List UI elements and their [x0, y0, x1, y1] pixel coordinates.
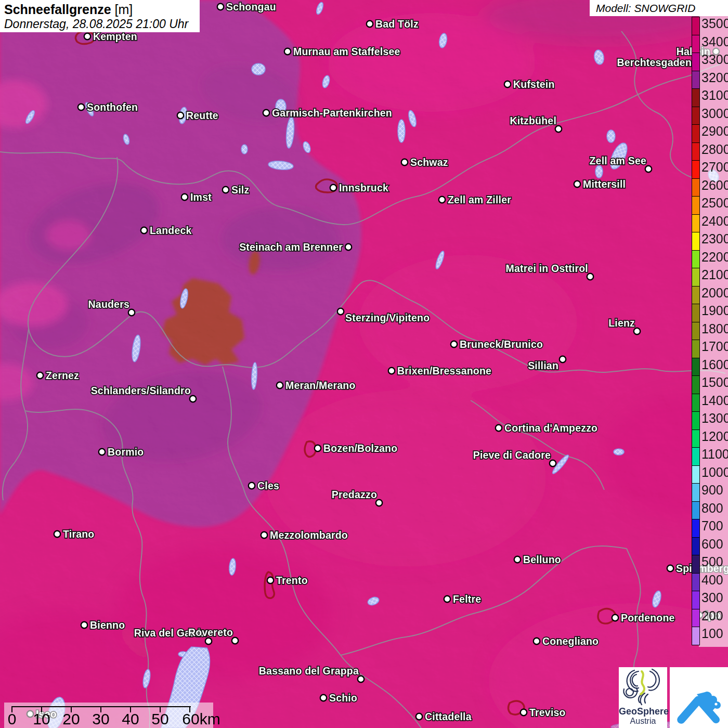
city-label: Cles: [257, 480, 279, 491]
colorbar-segment: [692, 197, 699, 215]
city-marker: [249, 483, 255, 489]
colorbar-segment: [692, 322, 699, 341]
city-label: Feltre: [453, 593, 481, 605]
title-text: Schneefallgrenze: [4, 2, 111, 17]
city-marker: [81, 622, 87, 628]
city-marker: [141, 227, 147, 233]
city-marker: [128, 309, 135, 316]
colorbar-tick-label: 1300: [701, 411, 727, 425]
colorbar-tick-label: 2900: [701, 124, 727, 138]
colorbar-segment: [692, 89, 699, 107]
colorbar-tick-label: 2800: [701, 142, 727, 157]
geosphere-logo-country: Austria: [619, 717, 667, 726]
city-marker: [190, 396, 196, 402]
city-marker: [612, 615, 618, 621]
city-label: Kufstein: [513, 79, 555, 90]
colorbar-tick-label: 3500: [701, 16, 727, 31]
colorbar-segment: [692, 519, 699, 538]
city-marker: [514, 556, 521, 563]
colorbar-tick-label: 3200: [701, 70, 727, 85]
colorbar-tick-label: 500: [701, 554, 727, 569]
city-label: Bad Tölz: [375, 18, 419, 30]
scalebar-label: 10: [33, 711, 50, 727]
city-label: Silz: [231, 184, 249, 196]
city-label: Schwaz: [410, 157, 448, 168]
colorbar-segment: [692, 71, 699, 89]
city-label: Cittadella: [425, 711, 472, 722]
city-label: Bienno: [90, 619, 125, 631]
city-label: Landeck: [150, 225, 192, 236]
city-label: Garmisch-Partenkirchen: [272, 107, 392, 119]
city-label: Mezzolombardo: [270, 529, 348, 541]
city-label: Lienz: [608, 317, 635, 329]
city-label: Bozen/Bolzano: [323, 443, 397, 454]
colorbar-segment: [692, 35, 699, 54]
colorbar-tick-label: 1200: [701, 429, 727, 444]
colorbar-segment: [692, 484, 699, 502]
city-label: Schongau: [226, 1, 276, 12]
city-label: Sterzing/Vipiteno: [345, 312, 430, 323]
colorbar-tick-label: 2200: [701, 250, 727, 264]
city-marker: [54, 531, 60, 537]
city-label: Zell am See: [589, 155, 646, 166]
colorbar-segment: [692, 609, 699, 628]
colorbar-tick-label: 1700: [701, 339, 727, 354]
city-marker: [376, 500, 382, 506]
city-marker: [261, 532, 267, 538]
city-marker: [320, 695, 327, 701]
colorbar-segment: [692, 340, 699, 358]
city-marker: [232, 638, 238, 644]
city-label: Treviso: [529, 707, 566, 718]
city-marker: [37, 372, 43, 379]
title-box: Schneefallgrenze [m] Donnerstag, 28.08.2…: [0, 0, 200, 32]
scalebar-label: 60km: [182, 711, 220, 727]
city-label: Kitzbühel: [510, 115, 556, 126]
model-badge: Modell: SNOWGRID: [590, 0, 728, 16]
colorbar-segment: [692, 232, 699, 251]
colorbar-tick-label: 3100: [701, 88, 727, 102]
colorbar-gradient: [692, 17, 700, 645]
city-marker: [634, 328, 640, 334]
scalebar-label: 40: [122, 711, 139, 727]
colorbar-segment: [692, 555, 699, 574]
city-label: Sonthofen: [87, 101, 138, 113]
scalebar-label: 0: [8, 711, 17, 727]
city-marker: [358, 676, 364, 682]
city-marker: [587, 274, 593, 280]
map-canvas: SchongauBad TölzKemptenMurnau am Staffel…: [0, 0, 728, 728]
weather-map: SchongauBad TölzKemptenMurnau am Staffel…: [0, 0, 728, 728]
colorbar-tick-label: 200: [701, 608, 727, 623]
city-label: Conegliano: [542, 635, 599, 647]
colorbar-tick-label: 1500: [701, 375, 727, 389]
city-marker: [277, 382, 283, 388]
colorbar-segment: [692, 358, 699, 376]
city-marker: [534, 638, 540, 644]
city-marker: [84, 33, 90, 40]
colorbar-segment: [692, 268, 699, 287]
colorbar-tick-label: 2400: [701, 214, 727, 228]
city-marker: [177, 112, 184, 119]
city-marker: [521, 709, 527, 716]
colorbar-legend: 3500340033003200310030002900280027002600…: [692, 16, 728, 647]
city-marker: [99, 449, 105, 455]
colorbar-tick-label: 2600: [701, 178, 727, 192]
colorbar-segment: [692, 215, 699, 233]
scalebar-label: 50: [151, 711, 168, 727]
city-marker: [555, 126, 562, 132]
colorbar-segment: [692, 53, 699, 71]
city-label: Schio: [329, 692, 357, 704]
colorbar-tick-label: 1100: [701, 447, 727, 461]
city-label: Trento: [276, 575, 308, 586]
city-label: Sillian: [528, 360, 558, 371]
colorbar-tick-label: 1800: [701, 321, 727, 336]
colorbar-segment: [692, 591, 699, 609]
city-label: Imst: [190, 191, 212, 203]
colorbar-tick-label: 400: [701, 573, 727, 587]
map-scalebar: 0102030405060km: [4, 703, 213, 728]
city-marker: [504, 81, 511, 87]
colorbar-tick-label: 1600: [701, 357, 727, 372]
page-title: Schneefallgrenze [m]: [4, 2, 194, 17]
colorbar-segment: [692, 17, 699, 35]
city-marker: [267, 577, 274, 583]
city-label: Nauders: [88, 298, 129, 310]
